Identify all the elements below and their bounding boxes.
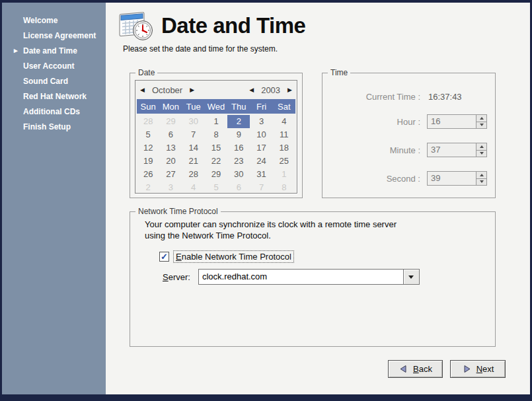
calendar-day[interactable]: 4: [273, 115, 295, 128]
ntp-description-line1: Your computer can synchronize its clock …: [145, 219, 397, 230]
sidebar-item-label: Finish Setup: [23, 122, 71, 131]
calendar-day[interactable]: 24: [250, 155, 272, 168]
minute-down-icon[interactable]: [476, 151, 486, 157]
second-up-icon[interactable]: [476, 172, 486, 179]
time-section-label: Time: [328, 68, 350, 77]
calendar-day[interactable]: 16: [227, 141, 250, 155]
calendar-day[interactable]: 9: [227, 128, 250, 141]
chevron-down-icon: [408, 275, 414, 279]
date-section: Date ◀ October ▶ ◀ 2003 ▶: [130, 73, 303, 198]
calendar-day-selected[interactable]: 2: [227, 115, 250, 128]
calendar-day[interactable]: 4: [182, 181, 205, 194]
ntp-section-label: Network Time Protocol: [135, 207, 221, 216]
calendar-day[interactable]: 26: [137, 168, 159, 181]
current-time-row: Current Time : 16:37:43: [328, 92, 487, 102]
minute-up-icon[interactable]: [476, 143, 486, 151]
calendar-day[interactable]: 6: [227, 181, 250, 194]
calendar-day[interactable]: 30: [182, 115, 205, 128]
sidebar-item-additional-cds[interactable]: Additional CDs: [2, 104, 106, 120]
calendar-day[interactable]: 28: [182, 168, 205, 181]
time-section: Time Current Time : 16:37:43 Hour : 16: [322, 73, 496, 198]
server-combobox[interactable]: clock.redhat.com: [198, 269, 420, 285]
prev-year-icon[interactable]: ◀: [249, 87, 254, 93]
calendar-day[interactable]: 22: [205, 155, 227, 168]
calendar-day[interactable]: 1: [273, 168, 295, 181]
calendar-day[interactable]: 3: [250, 115, 272, 128]
calendar-day[interactable]: 10: [250, 128, 272, 141]
back-button[interactable]: Back: [388, 360, 443, 378]
calendar-day[interactable]: 20: [159, 155, 182, 168]
sidebar-item-user-account[interactable]: User Account: [2, 59, 106, 74]
calendar-day[interactable]: 1: [205, 115, 227, 128]
sidebar: WelcomeLicense Agreement▸Date and TimeUs…: [2, 3, 106, 394]
sidebar-item-date-and-time[interactable]: ▸Date and Time: [2, 44, 106, 59]
calendar-day[interactable]: 29: [205, 168, 227, 181]
calendar-day[interactable]: 2: [137, 181, 159, 194]
page-header: Date and Time: [118, 9, 305, 42]
calendar-day[interactable]: 8: [273, 181, 295, 194]
sidebar-item-welcome[interactable]: Welcome: [2, 13, 106, 28]
second-field[interactable]: 39: [427, 171, 476, 186]
calendar-day[interactable]: 21: [182, 155, 205, 168]
calendar-day[interactable]: 29: [159, 115, 182, 128]
calendar-day[interactable]: 5: [205, 181, 227, 194]
calendar-day[interactable]: 31: [250, 168, 272, 181]
next-button-label: Next: [476, 364, 494, 374]
calendar-day[interactable]: 13: [159, 141, 182, 155]
server-input[interactable]: clock.redhat.com: [198, 269, 404, 285]
calendar-day[interactable]: 3: [159, 181, 182, 194]
calendar-day[interactable]: 25: [273, 155, 295, 168]
next-year-icon[interactable]: ▶: [287, 87, 292, 93]
second-down-icon[interactable]: [476, 179, 486, 186]
next-button[interactable]: Next: [450, 360, 506, 378]
minute-field[interactable]: 37: [427, 143, 476, 157]
calendar-day[interactable]: 8: [205, 128, 227, 141]
calendar-day[interactable]: 19: [137, 155, 159, 168]
setup-wizard-window: WelcomeLicense Agreement▸Date and TimeUs…: [2, 3, 530, 394]
calendar-day[interactable]: 27: [159, 168, 182, 181]
hour-row: Hour : 16: [328, 114, 487, 129]
calendar-day[interactable]: 7: [182, 128, 205, 141]
enable-ntp-label[interactable]: Enable Network Time Protocol: [173, 250, 294, 263]
server-label: Server:: [163, 272, 190, 282]
sidebar-item-finish-setup[interactable]: Finish Setup: [2, 120, 106, 135]
hour-up-icon[interactable]: [476, 115, 486, 122]
calendar-day[interactable]: 7: [250, 181, 272, 194]
calendar-day[interactable]: 23: [227, 155, 250, 168]
calendar-day[interactable]: 30: [227, 168, 250, 181]
sidebar-item-red-hat-network[interactable]: Red Hat Network: [2, 89, 106, 104]
calendar-day[interactable]: 17: [250, 141, 272, 155]
second-stepper[interactable]: 39: [427, 171, 487, 186]
day-header: Sat: [273, 102, 295, 112]
sidebar-item-label: License Agreement: [23, 31, 96, 40]
hour-field[interactable]: 16: [427, 114, 476, 129]
minute-stepper[interactable]: 37: [427, 143, 487, 157]
enable-ntp-checkbox[interactable]: ✓: [159, 252, 169, 262]
hour-down-icon[interactable]: [476, 122, 486, 129]
page-subtitle: Please set the date and time for the sys…: [123, 44, 278, 54]
calendar-header: ◀ October ▶ ◀ 2003 ▶: [137, 83, 295, 97]
calendar-day[interactable]: 6: [159, 128, 182, 141]
page-title: Date and Time: [161, 13, 305, 38]
day-header: Mon: [159, 102, 182, 112]
sidebar-item-sound-card[interactable]: Sound Card: [2, 74, 106, 89]
calendar-day[interactable]: 28: [137, 115, 159, 128]
day-header: Thu: [227, 102, 250, 112]
calendar-day[interactable]: 18: [273, 141, 295, 155]
hour-stepper[interactable]: 16: [427, 114, 487, 129]
hour-spin-buttons: [476, 114, 487, 129]
server-dropdown-button[interactable]: [404, 269, 420, 285]
sidebar-item-license-agreement[interactable]: License Agreement: [2, 28, 106, 44]
minute-spin-buttons: [476, 143, 487, 157]
next-month-icon[interactable]: ▶: [190, 87, 194, 93]
second-label: Second :: [328, 174, 420, 184]
minute-label: Minute :: [328, 145, 420, 155]
calendar-day[interactable]: 15: [205, 141, 227, 155]
calendar-day[interactable]: 12: [137, 141, 159, 155]
sidebar-item-label: Red Hat Network: [23, 92, 87, 101]
calendar-day[interactable]: 5: [137, 128, 159, 141]
day-header: Tue: [182, 102, 205, 112]
calendar-day[interactable]: 11: [273, 128, 295, 141]
calendar-day[interactable]: 14: [182, 141, 205, 155]
prev-month-icon[interactable]: ◀: [140, 87, 145, 93]
